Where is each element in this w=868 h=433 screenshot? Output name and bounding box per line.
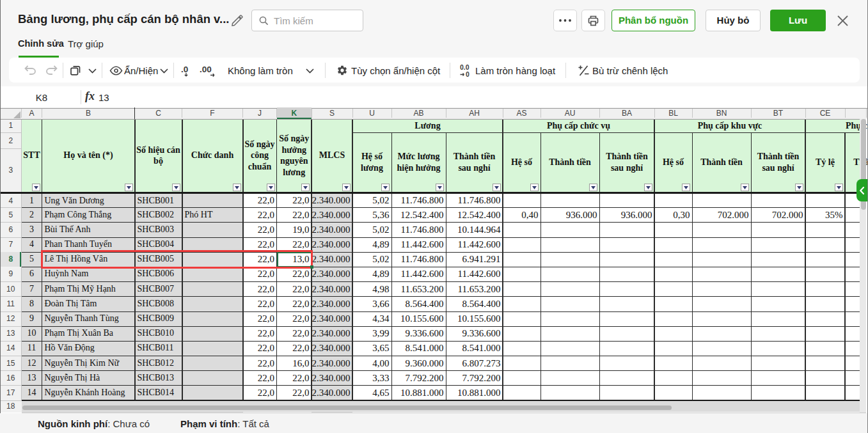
svg-text:0.0: 0.0 [460,63,470,71]
svg-text:0: 0 [466,70,470,78]
svg-text:.00: .00 [200,65,212,74]
svg-text:.0: .0 [181,65,188,74]
